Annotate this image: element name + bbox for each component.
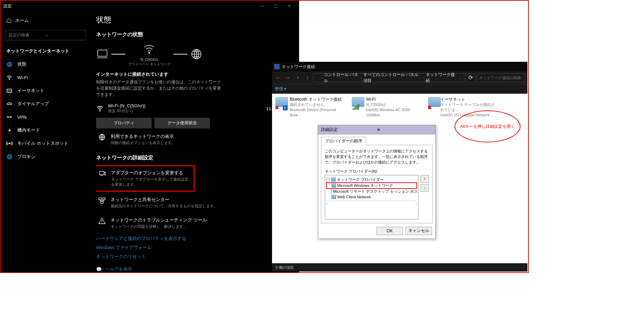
settings-titlebar: 設定 — ▢ ✕ [1, 1, 299, 11]
nav-status[interactable]: 🌐 状態 [1, 58, 91, 71]
address-bar[interactable]: › コントロール パネル › すべてのコントロール パネル項目 › ネットワーク… [313, 73, 464, 82]
item-count: 3 個の項目 [276, 265, 294, 270]
refresh-button[interactable]: ⟳ [466, 73, 475, 82]
providers-tree[interactable]: − ネットワーク プロバイダー Microsoft Windows ネットワーク… [325, 175, 418, 219]
nav-proxy[interactable]: 🌐 プロキシ [1, 150, 91, 163]
bluetooth-adapter-icon: ✖B [275, 97, 288, 110]
connected-message: インターネットに接続されています [96, 71, 299, 77]
network-diagram: N_C(5Ghz) プライベート ネットワーク [96, 42, 299, 66]
adapter-name: Wi-Fi [366, 97, 421, 102]
nav-vpn[interactable]: VPN [1, 110, 91, 124]
cancel-button[interactable]: キャンセル [406, 227, 432, 235]
tree-node-label: Microsoft Windows ネットワーク [337, 183, 393, 188]
forward-button[interactable]: → [284, 75, 292, 81]
annotation-ellipse: Altキーを押し詳細設定を開く [455, 110, 520, 142]
up-button[interactable]: ↑ [303, 75, 312, 81]
avail-title: 利用できるネットワークの表示 [111, 133, 176, 140]
connected-desc: 制限付きのデータ通信プランをお使いの場合は、このネットワークを従量制課金接続に設… [96, 79, 221, 98]
tree-node-webclient[interactable]: Web Client Network [327, 194, 417, 199]
hw-props-link[interactable]: ハードウェアと接続のプロパティを表示する [96, 235, 299, 242]
category-header: ネットワークとインターネット [1, 43, 91, 58]
vpn-icon [6, 114, 12, 120]
dialog-title: 詳細設定 [321, 127, 375, 133]
sharing-title: ネットワークと共有センター [111, 197, 218, 203]
page-heading: 状態 [96, 15, 299, 25]
help-link[interactable]: 💬 ヘルプを表示 [96, 266, 299, 272]
svg-point-6 [149, 52, 150, 53]
back-button[interactable]: ← [274, 75, 282, 81]
maximize-button[interactable]: ▢ [269, 3, 282, 8]
tab-provider-order[interactable]: プロバイダーの順序 [321, 137, 366, 145]
tree-node-rdp[interactable]: Microsoft リモート デスクトップ セッション ホスト サーバー ネ [327, 189, 417, 194]
home-link[interactable]: ホーム [1, 14, 91, 27]
dialog-titlebar[interactable]: 詳細設定 ✕ [318, 125, 435, 134]
diagram-label: N_C(5Ghz) プライベート ネットワーク [128, 57, 171, 66]
breadcrumb[interactable]: ネットワーク接続 [426, 72, 456, 84]
pc-icon [96, 48, 109, 60]
wifi-diagram-icon [143, 42, 155, 55]
svg-rect-5 [98, 50, 107, 56]
move-up-button[interactable]: ↑ [421, 175, 429, 183]
data-usage-button[interactable]: データ使用状況 [154, 118, 210, 128]
breadcrumb[interactable]: コントロール パネル [324, 72, 359, 84]
show-available-networks[interactable]: 利用できるネットワークの表示 周囲の接続オプションを表示します。 [96, 130, 299, 149]
nav-hotspot[interactable]: モバイル ホットスポット [1, 137, 91, 150]
dialup-icon [6, 101, 12, 107]
explorer-titlebar: ネットワーク接続 [272, 62, 527, 72]
nav-airplane[interactable]: ✈ 機内モード [1, 124, 91, 137]
wifi-icon [96, 105, 104, 112]
chevron-down-icon[interactable]: ⌄ [459, 76, 462, 80]
adapter-wifi[interactable]: Wi-Fi N_C(5Ghz) Intel(R) Wireless-AC 926… [351, 97, 421, 118]
adapter-desc: ネットワーク アダプターを表示して接続設定を変更します。 [111, 177, 190, 187]
firewall-link[interactable]: Windows ファイアウォール [96, 244, 299, 251]
warning-icon [98, 217, 106, 225]
nav-vpn-label: VPN [17, 115, 27, 120]
explorer-toolbar: 整理 ▾ [272, 84, 527, 94]
home-icon [6, 18, 12, 23]
adapter-title: アダプターのオプションを変更する [111, 170, 190, 176]
wifi-icon [6, 74, 12, 81]
breadcrumb[interactable]: すべてのコントロール パネル項目 [363, 72, 422, 84]
ok-button[interactable]: OK [376, 227, 403, 235]
network-icon [331, 177, 336, 182]
move-down-button[interactable]: ↓ [421, 184, 429, 192]
svg-rect-12 [100, 172, 104, 175]
organize-button[interactable]: 整理 ▾ [275, 86, 286, 92]
trouble-desc: ネットワークの問題を診断し、解決します。 [111, 224, 207, 229]
svg-point-3 [10, 117, 11, 118]
chevron-icon: › [423, 76, 424, 80]
nav-ethernet[interactable]: イーサネット [1, 84, 91, 97]
nav-dialup[interactable]: ダイヤルアップ [1, 97, 91, 110]
advanced-settings-dialog: 詳細設定 ✕ プロバイダーの順序 このコンピューターがネットワーク上の情報にアク… [318, 125, 436, 239]
globe-icon [98, 133, 106, 141]
history-dropdown[interactable]: ▾ [294, 76, 302, 80]
sharing-desc: 接続先のネットワークについて、共有するものを指定します。 [111, 203, 218, 209]
wifi-adapter-icon [351, 97, 364, 110]
chevron-icon: › [321, 76, 322, 80]
close-button[interactable]: ✕ [282, 3, 296, 8]
tree-node-ms-windows[interactable]: Microsoft Windows ネットワーク [327, 183, 417, 189]
network-icon [331, 189, 332, 193]
explorer-search-input[interactable]: ネットワーク接続の検索 [477, 73, 525, 82]
settings-main: 状態 ネットワークの状態 N_C(5Ghz) プライベート ネットワーク インタ… [96, 11, 299, 272]
proxy-icon: 🌐 [6, 153, 12, 160]
collapse-icon[interactable]: − [327, 178, 330, 181]
adapter-bluetooth[interactable]: ✖B Bluetooth ネットワーク接続 接続されていません Bluetoot… [275, 97, 344, 118]
globe-diagram-icon [190, 48, 203, 60]
adv-settings-header: ネットワークの詳細設定 [96, 155, 299, 161]
tree-node-label: Microsoft リモート デスクトップ セッション ホスト サーバー ネ [333, 189, 418, 194]
network-troubleshooter[interactable]: ネットワークのトラブルシューティング ツール ネットワークの問題を診断し、解決し… [96, 214, 299, 233]
network-sharing-center[interactable]: ネットワークと共有センター 接続先のネットワークについて、共有するものを指定しま… [96, 193, 299, 212]
minimize-button[interactable]: — [255, 3, 269, 8]
diagram-line [111, 54, 125, 55]
tree-scrollbar[interactable]: ‹› [327, 201, 417, 206]
network-icon [331, 195, 336, 199]
dialog-close-button[interactable]: ✕ [375, 127, 433, 132]
tree-root[interactable]: − ネットワーク プロバイダー [327, 177, 417, 183]
network-reset-link[interactable]: ネットワークのリセット [96, 253, 299, 260]
search-input[interactable]: 設定の検索 ⌕ [6, 30, 86, 40]
nav-wifi[interactable]: Wi-Fi [1, 71, 91, 84]
adapter-status: N_C(5Ghz) [366, 102, 421, 107]
properties-button[interactable]: プロパティ [96, 118, 152, 128]
change-adapter-options[interactable]: アダプターのオプションを変更する ネットワーク アダプターを表示して接続設定を変… [96, 165, 195, 192]
